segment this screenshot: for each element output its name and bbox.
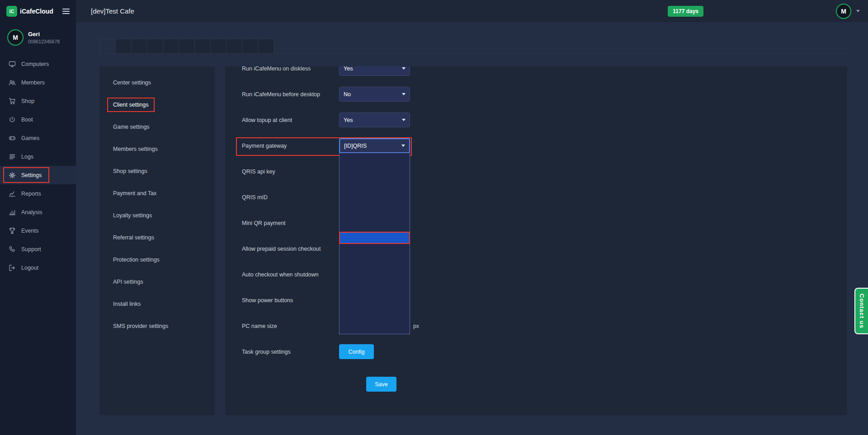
- dropdown-option[interactable]: [340, 277, 410, 289]
- logout-icon: [9, 264, 16, 271]
- settings-nav-item[interactable]: Members settings: [99, 138, 215, 160]
- select-field[interactable]: Yes: [339, 66, 410, 76]
- settings-nav-label: Loyalty settings: [107, 208, 158, 223]
- sidebar-item[interactable]: Reports: [0, 184, 76, 203]
- dropdown-option[interactable]: [340, 323, 410, 334]
- settings-nav-item[interactable]: Loyalty settings: [99, 204, 215, 226]
- sidebar-item[interactable]: Games: [0, 129, 76, 147]
- sidebar-item[interactable]: Computers: [0, 55, 76, 73]
- sidebar-item[interactable]: Analysis: [0, 203, 76, 221]
- sidebar-item[interactable]: Logout: [0, 258, 76, 277]
- sidebar-item[interactable]: Support: [0, 240, 76, 258]
- dropdown-option[interactable]: [340, 221, 410, 232]
- cafe-title: [dev]Test Cafe: [91, 7, 134, 15]
- avatar-chevron-icon[interactable]: [856, 10, 860, 12]
- app-logo[interactable]: iC iCafeCloud: [6, 6, 53, 17]
- sidebar-item-label: Logout: [21, 265, 38, 271]
- settings-nav-item[interactable]: Referral settings: [99, 226, 215, 248]
- settings-nav-item[interactable]: Game settings: [99, 116, 215, 138]
- form-row: Allow topup at client Yes Yes: [242, 107, 441, 133]
- field-label: Allow prepaid session checkout: [242, 246, 339, 252]
- settings-nav-item[interactable]: Install links: [99, 293, 215, 315]
- settings-nav-item[interactable]: Payment and Tax: [99, 182, 215, 204]
- settings-nav-item[interactable]: Client settings: [99, 94, 215, 116]
- dropdown-option[interactable]: [340, 198, 410, 210]
- menu-toggle-icon[interactable]: [62, 7, 70, 15]
- dropdown-option[interactable]: [340, 232, 410, 243]
- dropdown-option[interactable]: [340, 187, 410, 198]
- topbar: iC iCafeCloud [dev]Test Cafe 1177 days M: [0, 0, 868, 22]
- days-remaining-badge[interactable]: 1177 days: [668, 6, 703, 17]
- settings-nav-item[interactable]: Shop settings: [99, 160, 215, 182]
- tab[interactable]: [194, 39, 210, 54]
- settings-nav-item[interactable]: SMS provider settings: [99, 315, 215, 337]
- dropdown-option[interactable]: [340, 210, 410, 221]
- tab[interactable]: [147, 39, 163, 54]
- tab[interactable]: [131, 39, 147, 54]
- form-row: Run iCafeMenu before desktop No No: [242, 81, 441, 107]
- topbar-icons: [712, 7, 829, 15]
- tab[interactable]: [163, 39, 179, 54]
- settings-nav-label: Client settings: [107, 98, 155, 112]
- boot-icon: [9, 116, 16, 123]
- dropdown-option[interactable]: [340, 243, 410, 255]
- sidebar: M Geri 008612345678 Computers Members Sh…: [0, 22, 76, 435]
- logs-icon: [9, 153, 16, 160]
- app-logo-icon: iC: [6, 6, 17, 17]
- dropdown-option[interactable]: [340, 311, 410, 323]
- save-button[interactable]: Save: [366, 377, 396, 392]
- chevron-down-icon: [402, 67, 406, 70]
- tab[interactable]: [242, 39, 258, 54]
- select-field[interactable]: No: [339, 87, 410, 102]
- sidebar-item[interactable]: Events: [0, 221, 76, 240]
- dropdown-option[interactable]: [340, 153, 410, 164]
- user-name: Geri: [28, 31, 60, 37]
- sidebar-item-label: Analysis: [21, 209, 42, 215]
- settings-nav-item[interactable]: API settings: [99, 271, 215, 293]
- contact-us-button[interactable]: Contact us: [854, 288, 868, 334]
- settings-nav-label: Members settings: [107, 142, 164, 156]
- tab[interactable]: [226, 39, 242, 54]
- dropdown-option[interactable]: [340, 289, 410, 300]
- support-icon: [9, 246, 16, 253]
- field-label: Run iCafeMenu before desktop: [242, 91, 339, 98]
- app-logo-text: iCafeCloud: [20, 8, 53, 15]
- settings-nav-label: Referral settings: [107, 230, 160, 245]
- select-value: No: [344, 91, 351, 98]
- tab[interactable]: [115, 39, 131, 54]
- tab[interactable]: [99, 39, 115, 54]
- sidebar-item[interactable]: Shop: [0, 92, 76, 110]
- sidebar-item-label: Reports: [21, 191, 41, 197]
- sidebar-item-label: Members: [21, 80, 45, 86]
- field-label: QRIS mID: [242, 194, 339, 201]
- config-button[interactable]: Config: [339, 344, 374, 359]
- gear-icon: [9, 172, 16, 179]
- field-label: Allow topup at client: [242, 117, 339, 123]
- settings-nav-label: Payment and Tax: [107, 186, 162, 201]
- user-avatar[interactable]: M: [836, 4, 851, 19]
- dropdown-option[interactable]: [340, 176, 410, 187]
- tab[interactable]: [258, 39, 274, 54]
- sidebar-item[interactable]: Logs: [0, 147, 76, 166]
- dropdown-option[interactable]: [340, 255, 410, 266]
- tab[interactable]: [179, 39, 194, 54]
- tab[interactable]: [210, 39, 226, 54]
- dropdown-option[interactable]: [340, 164, 410, 176]
- settings-nav-item[interactable]: Center settings: [99, 71, 215, 94]
- settings-nav-label: Center settings: [107, 75, 157, 90]
- sidebar-avatar[interactable]: M: [7, 29, 24, 46]
- field-label: Run iCafeMenu on diskless: [242, 66, 339, 72]
- select-field[interactable]: [ID]QRIS: [339, 138, 410, 153]
- settings-nav-panel: Center settings Client settings Game set…: [99, 66, 215, 415]
- sidebar-item[interactable]: Members: [0, 73, 76, 92]
- sidebar-item-label: Settings: [21, 172, 42, 178]
- sidebar-item[interactable]: Boot: [0, 110, 76, 129]
- settings-nav-item[interactable]: Protection settings: [99, 248, 215, 271]
- dropdown-option[interactable]: [340, 300, 410, 311]
- form-rows: Run iCafeMenu on diskless Yes Yes Run iC…: [225, 66, 847, 415]
- sidebar-item[interactable]: Settings: [0, 166, 76, 184]
- select-value: Yes: [344, 117, 353, 123]
- select-field[interactable]: Yes: [339, 112, 410, 127]
- dropdown-option[interactable]: [340, 266, 410, 277]
- sidebar-item-label: Computers: [21, 61, 49, 67]
